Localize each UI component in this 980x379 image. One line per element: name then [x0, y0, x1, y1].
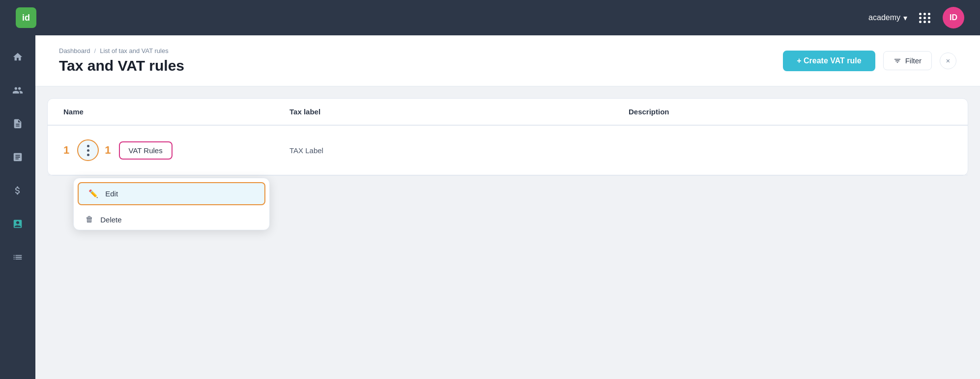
page-header-right: + Create VAT rule Filter ×: [783, 51, 956, 71]
user-avatar[interactable]: ID: [943, 7, 964, 28]
delete-label: Delete: [100, 216, 121, 224]
table-header: Name Tax label Description: [48, 99, 968, 126]
sidebar-item-home[interactable]: [6, 45, 29, 69]
app-logo[interactable]: id: [16, 7, 36, 28]
page-header: Dashboard / List of tax and VAT rules Ta…: [35, 35, 980, 86]
step1b-label: 1: [105, 144, 111, 157]
td-description: [621, 143, 960, 157]
context-menu-edit[interactable]: ✏️ Edit: [78, 182, 265, 205]
context-menu-delete[interactable]: 🗑 Delete: [74, 209, 269, 230]
create-vat-rule-button[interactable]: + Create VAT rule: [783, 51, 875, 71]
td-tax-label: TAX Label: [282, 139, 621, 162]
edit-label: Edit: [105, 190, 118, 198]
breadcrumb-current: List of tax and VAT rules: [100, 47, 168, 54]
sidebar-item-billing[interactable]: [6, 179, 29, 202]
sidebar-item-notes[interactable]: [6, 145, 29, 169]
apps-grid-icon[interactable]: [919, 13, 931, 23]
table-section: Name Tax label Description 1: [47, 98, 968, 176]
academy-label: academy: [868, 13, 900, 22]
col-header-description: Description: [621, 99, 960, 125]
topnav-right: academy ▾ ID: [868, 7, 964, 28]
row-actions-button[interactable]: ✏️ Edit 🗑 Delete: [77, 139, 99, 161]
row-name-cell: 1 ✏️ Edit: [63, 133, 274, 168]
td-name: 1 ✏️ Edit: [56, 126, 282, 175]
sidebar: %: [0, 35, 35, 379]
sidebar-item-users[interactable]: [6, 79, 29, 102]
academy-dropdown[interactable]: academy ▾: [868, 13, 907, 23]
topnav: id academy ▾ ID: [0, 0, 980, 35]
sidebar-item-list[interactable]: [6, 245, 29, 269]
sidebar-item-documents[interactable]: [6, 112, 29, 135]
svg-text:%: %: [16, 222, 20, 227]
page-header-left: Dashboard / List of tax and VAT rules Ta…: [59, 47, 184, 74]
table-row: 1 ✏️ Edit: [48, 126, 968, 175]
edit-icon: ✏️: [88, 189, 98, 198]
main-layout: % Dashboard / List of tax and VAT rules …: [0, 35, 980, 379]
main-content: Dashboard / List of tax and VAT rules Ta…: [35, 35, 980, 379]
filter-close-button[interactable]: ×: [940, 53, 956, 69]
context-menu: ✏️ Edit 🗑 Delete: [73, 178, 270, 230]
sidebar-item-tax[interactable]: %: [6, 212, 29, 236]
breadcrumb: Dashboard / List of tax and VAT rules: [59, 47, 184, 54]
chevron-down-icon: ▾: [903, 13, 907, 23]
breadcrumb-separator: /: [94, 47, 96, 54]
filter-button[interactable]: Filter: [883, 51, 932, 70]
vat-rules-cell[interactable]: VAT Rules: [119, 141, 173, 160]
col-header-name: Name: [56, 99, 282, 125]
page-title: Tax and VAT rules: [59, 57, 184, 74]
step1-label: 1: [63, 144, 69, 157]
delete-icon: 🗑: [86, 215, 93, 224]
filter-label: Filter: [905, 56, 922, 65]
breadcrumb-home[interactable]: Dashboard: [59, 47, 90, 54]
col-header-tax-label: Tax label: [282, 99, 621, 125]
